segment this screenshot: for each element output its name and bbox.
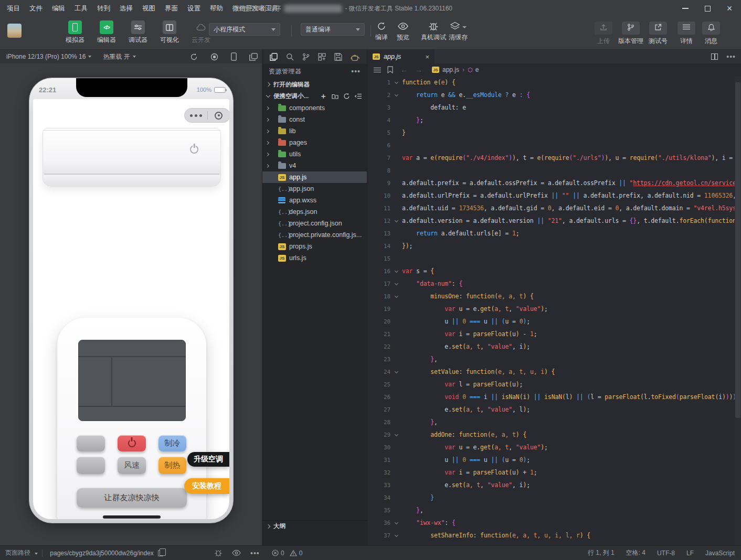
copy-path-icon[interactable] — [158, 550, 163, 556]
fold-chevron-icon[interactable] — [390, 220, 402, 222]
multi-window-icon[interactable] — [249, 53, 258, 61]
files-icon[interactable] — [270, 53, 278, 61]
scrollbar-thumb[interactable] — [735, 82, 740, 418]
menu-item[interactable]: 设置 — [183, 4, 205, 13]
breadcrumb-file[interactable]: app.js — [442, 66, 459, 73]
remote-blank-button-2[interactable] — [77, 457, 105, 474]
mode-select[interactable]: 小程序模式 — [209, 23, 280, 36]
hot-reload-toggle[interactable]: 热重载 开 — [103, 52, 135, 61]
minimize-button[interactable] — [678, 2, 693, 15]
open-editors-section[interactable]: 打开的编辑器 — [262, 79, 367, 90]
fold-chevron-icon[interactable] — [390, 434, 402, 436]
tree-item-props.js[interactable]: JSprops.js — [262, 241, 367, 252]
source-control-icon[interactable] — [302, 53, 310, 61]
heat-mode-button[interactable]: 制热 — [158, 457, 186, 474]
fold-chevron-icon[interactable] — [390, 522, 402, 524]
menu-item[interactable]: 界面 — [160, 4, 183, 13]
fold-chevron-icon[interactable] — [390, 535, 402, 536]
preview-button[interactable]: 预览 — [397, 21, 409, 42]
tree-item-urls.js[interactable]: JSurls.js — [262, 252, 367, 264]
clear-cache-button[interactable]: 清缓存 — [449, 21, 468, 42]
menu-item[interactable]: 工具 — [70, 4, 92, 13]
tree-item-app.js[interactable]: JSapp.js — [262, 171, 367, 183]
collapse-all-icon[interactable] — [355, 93, 362, 99]
menu-item[interactable]: 文件 — [25, 4, 47, 13]
more-menu-button[interactable] — [185, 114, 207, 117]
tree-item-components[interactable]: components — [262, 102, 367, 114]
compile-button[interactable]: 编译 — [375, 21, 388, 42]
debug-icon[interactable] — [214, 549, 223, 557]
fold-chevron-icon[interactable] — [390, 283, 402, 285]
simulator-toggle-button[interactable]: 模拟器 — [63, 20, 87, 45]
refresh-icon[interactable] — [343, 93, 350, 100]
exit-button[interactable] — [208, 112, 230, 120]
nav-back-icon[interactable]: ← — [400, 66, 408, 74]
status-more-icon[interactable]: ••• — [250, 549, 260, 557]
tab-appjs[interactable]: JS app.js × — [367, 50, 435, 63]
close-button[interactable]: × — [722, 2, 737, 15]
status-item[interactable]: 行 1, 列 1 — [588, 548, 615, 557]
tree-item-deps.json[interactable]: {..}deps.json — [262, 206, 367, 218]
menu-item[interactable]: 帮助 — [205, 4, 228, 13]
tree-item-v4[interactable]: v4 — [262, 160, 367, 171]
fan-speed-button[interactable]: 风速 — [118, 457, 146, 474]
status-item[interactable]: JavaScript — [705, 550, 735, 557]
details-button[interactable]: 详情 — [678, 21, 695, 46]
editor-toggle-button[interactable]: </> 编辑器 — [94, 20, 119, 45]
nav-forward-icon[interactable]: → — [415, 66, 422, 74]
upgrade-ac-pill[interactable]: 升级空调 — [187, 452, 229, 467]
menu-item[interactable]: 转到 — [92, 4, 115, 13]
remote-power-button[interactable] — [118, 435, 146, 451]
device-debug-button[interactable]: 真机调试 — [421, 21, 446, 42]
debugger-toggle-button[interactable]: 调试器 — [126, 20, 150, 45]
phone-icon[interactable] — [231, 52, 237, 61]
menu-item[interactable]: 选择 — [115, 4, 137, 13]
upload-button[interactable]: 上传 — [595, 21, 612, 46]
fold-chevron-icon[interactable] — [390, 271, 402, 272]
menu-item[interactable]: 视图 — [137, 4, 160, 13]
outline-section[interactable]: 大纲 — [262, 520, 367, 532]
problems-indicator[interactable]: 0 0 — [272, 550, 302, 557]
tree-item-app.json[interactable]: {..}app.json — [262, 183, 367, 195]
search-icon[interactable] — [286, 53, 294, 61]
maximize-button[interactable] — [700, 2, 715, 15]
install-tutorial-pill[interactable]: 安装教程 — [184, 478, 229, 494]
fold-chevron-icon[interactable] — [390, 371, 402, 373]
device-select[interactable]: iPhone 12/13 (Pro) 100% 16 — [6, 53, 91, 60]
test-account-button[interactable]: 测试号 — [649, 21, 668, 46]
save-icon[interactable] — [334, 53, 342, 61]
tree-item-project.config.json[interactable]: {..}project.config.json — [262, 218, 367, 229]
refresh-icon[interactable] — [190, 53, 198, 61]
editor-more-actions-icon[interactable]: ••• — [726, 52, 736, 61]
status-item[interactable]: LF — [686, 550, 694, 557]
compile-mode-select[interactable]: 普通编译 — [301, 23, 365, 36]
close-tab-icon[interactable]: × — [425, 53, 429, 61]
code-editor[interactable]: 1function e(e) {2 return e && e.__esModu… — [367, 76, 735, 545]
fold-chevron-icon[interactable] — [390, 296, 402, 297]
breadcrumb-symbol[interactable]: e — [475, 66, 479, 73]
version-control-button[interactable]: 版本管理 — [618, 21, 643, 46]
fold-chevron-icon[interactable] — [390, 94, 402, 96]
new-file-icon[interactable]: ＋ — [320, 93, 327, 99]
menu-item[interactable]: 项目 — [2, 4, 25, 13]
tree-item-lib[interactable]: lib — [262, 125, 367, 137]
menu-item[interactable]: 编辑 — [47, 4, 70, 13]
broadcast-button[interactable]: 让群友凉快凉快 — [77, 488, 187, 508]
teapot-icon[interactable] — [351, 53, 359, 61]
tree-item-utils[interactable]: utils — [262, 148, 367, 160]
editor-scrollbar[interactable] — [735, 76, 741, 545]
outline-list-icon[interactable] — [374, 67, 381, 73]
record-icon[interactable] — [210, 53, 218, 61]
watch-icon[interactable] — [232, 550, 241, 556]
message-button[interactable]: 消息 — [702, 21, 720, 46]
project-section[interactable]: 便携空调小... ＋ — [262, 90, 367, 102]
tree-item-const[interactable]: const — [262, 114, 367, 125]
remote-blank-button-1[interactable] — [77, 435, 105, 451]
tree-item-app.wxss[interactable]: app.wxss — [262, 195, 367, 206]
status-item[interactable]: 空格: 4 — [626, 548, 645, 557]
avatar[interactable] — [7, 24, 22, 38]
extensions-icon[interactable] — [318, 53, 326, 61]
tree-item-project.private.config.js...[interactable]: {..}project.private.config.js... — [262, 229, 367, 241]
page-path-dropdown[interactable]: 页面路径 — [5, 548, 38, 557]
visual-toggle-button[interactable]: 可视化 — [157, 20, 182, 45]
